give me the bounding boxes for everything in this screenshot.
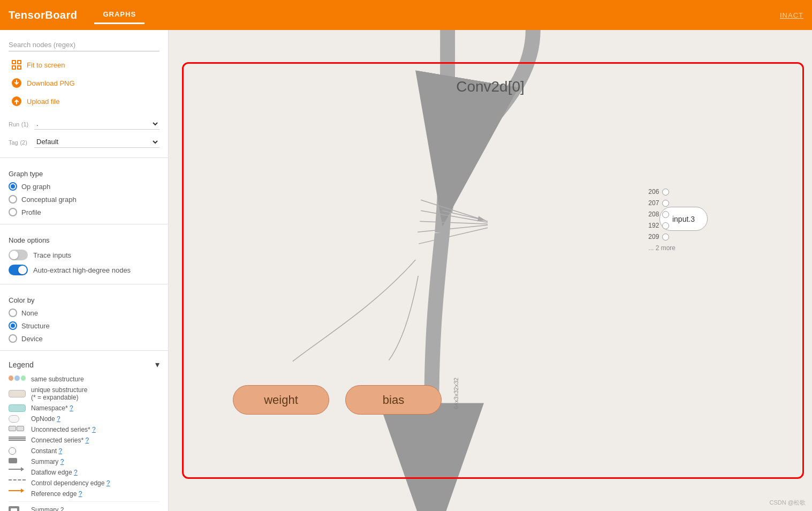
legend-chevron-icon: ▾ xyxy=(155,359,160,370)
color-by-radio-group: None Structure Device xyxy=(9,307,160,344)
trace-inputs-toggle[interactable] xyxy=(9,250,28,260)
toggle-thumb-auto xyxy=(18,266,27,274)
legend-row-reference: Reference edge ? xyxy=(9,489,160,499)
graph-type-section: Graph type Op graph Conceptual graph Pro… xyxy=(0,162,168,220)
legend-label-constant: Constant ? xyxy=(31,447,62,455)
legend-row-connected: Connected series* ? xyxy=(9,435,160,446)
tag-row: Tag (2) Default xyxy=(9,133,160,151)
run-select[interactable]: . xyxy=(34,118,160,130)
radio-label-op-graph: Op graph xyxy=(21,183,50,191)
radio-circle-conceptual xyxy=(9,195,17,204)
svg-line-10 xyxy=(421,200,488,221)
tag-select[interactable]: Default xyxy=(34,136,160,148)
circle-more-label: ... 2 more xyxy=(648,244,676,252)
circle-num-208: 208 xyxy=(648,211,659,218)
radio-label-none: None xyxy=(21,309,38,317)
radio-label-conceptual: Conceptual graph xyxy=(21,196,77,204)
input-circle-207: 207 xyxy=(648,199,676,207)
small-circle-206 xyxy=(662,189,669,196)
upload-icon xyxy=(11,95,22,107)
legend-swatch-dataflow xyxy=(9,469,26,476)
legend-content: same substructure unique substructure(* … xyxy=(0,374,168,511)
legend-label-connected: Connected series* ? xyxy=(31,437,89,444)
trace-inputs-row: Trace inputs xyxy=(9,247,160,262)
download-png-button[interactable]: Download PNG xyxy=(9,74,160,92)
legend-row-constant: Constant ? xyxy=(9,446,160,456)
toolbar-section: Fit to screen Download PNG xyxy=(0,54,168,112)
header: TensorBoard GRAPHS INACT xyxy=(0,0,812,30)
legend-row-unconnected: Unconnected series* ? xyxy=(9,424,160,435)
search-input[interactable] xyxy=(9,39,160,51)
radio-circle-device xyxy=(9,334,17,343)
download-icon xyxy=(11,77,22,89)
graph-area[interactable]: 64x32x32x32 64x3x32x32 xyxy=(169,30,812,511)
input-circles-group: 206 207 208 192 xyxy=(648,188,676,252)
small-circle-208 xyxy=(662,211,669,218)
svg-line-14 xyxy=(419,228,488,244)
radio-conceptual-graph[interactable]: Conceptual graph xyxy=(9,194,160,205)
legend-swatch-reference xyxy=(9,490,26,498)
legend-swatch-namespace xyxy=(9,404,26,412)
node-bias[interactable]: bias xyxy=(345,385,442,415)
upload-file-button[interactable]: Upload file xyxy=(9,92,160,110)
sidebar: Fit to screen Download PNG xyxy=(0,30,169,511)
radio-profile[interactable]: Profile xyxy=(9,207,160,217)
small-circle-192 xyxy=(662,222,669,229)
radio-label-structure: Structure xyxy=(21,322,50,330)
legend-swatch-colors xyxy=(9,375,26,383)
node-weight[interactable]: weight xyxy=(233,385,329,415)
radio-structure[interactable]: Structure xyxy=(9,320,160,331)
run-row: Run (1) . xyxy=(9,115,160,133)
fit-screen-icon xyxy=(11,59,22,71)
input-circle-more: ... 2 more xyxy=(648,244,676,252)
node-bias-label: bias xyxy=(383,393,404,407)
radio-op-graph[interactable]: Op graph xyxy=(9,181,160,192)
circle-num-207: 207 xyxy=(648,199,659,207)
legend-label-summary2: Summary 2 xyxy=(31,506,64,511)
auto-extract-toggle[interactable] xyxy=(9,265,28,275)
legend-swatch-summary2 xyxy=(9,506,26,511)
legend-label-unconnected: Unconnected series* ? xyxy=(31,426,96,433)
circle-num-192: 192 xyxy=(648,222,659,229)
legend-row-control: Control dependency edge ? xyxy=(9,478,160,489)
node-weight-label: weight xyxy=(264,393,298,407)
color-by-section: Color by None Structure Device xyxy=(0,289,168,346)
svg-line-13 xyxy=(418,225,488,232)
graph-title: Conv2d[0] xyxy=(456,78,525,95)
fit-to-screen-label: Fit to screen xyxy=(27,61,65,69)
small-circle-209 xyxy=(662,234,669,241)
search-section xyxy=(0,36,168,54)
legend-swatch-connected xyxy=(9,437,26,444)
color-by-title: Color by xyxy=(9,296,160,304)
svg-rect-1 xyxy=(18,61,21,64)
legend-title: Legend xyxy=(9,360,34,369)
legend-row-colors: same substructure xyxy=(9,374,160,385)
radio-circle-profile xyxy=(9,208,17,216)
radio-device[interactable]: Device xyxy=(9,333,160,344)
legend-row-summary2: Summary 2 xyxy=(9,501,160,511)
upload-file-label: Upload file xyxy=(27,97,59,106)
radio-circle-op-graph xyxy=(9,182,17,191)
legend-label-unique: unique substructure(* = expandable) xyxy=(31,386,87,401)
watermark: CSDN @松歌 xyxy=(770,499,806,507)
node-options-title: Node options xyxy=(9,236,160,244)
svg-line-12 xyxy=(420,221,488,224)
small-circle-207 xyxy=(662,200,669,207)
tag-label: Tag (2) xyxy=(9,138,30,146)
radio-none[interactable]: None xyxy=(9,307,160,318)
run-tag-section: Run (1) . Tag (2) Default xyxy=(0,112,168,153)
legend-swatch-constant xyxy=(9,447,26,455)
input-circle-192: 192 xyxy=(648,222,676,229)
legend-swatch-summary xyxy=(9,458,26,465)
circle-num-206: 206 xyxy=(648,188,659,196)
main-layout: Fit to screen Download PNG xyxy=(0,30,812,511)
fit-to-screen-button[interactable]: Fit to screen xyxy=(9,56,160,74)
nav-inactive[interactable]: INACT xyxy=(780,11,803,19)
legend-header[interactable]: Legend ▾ xyxy=(0,355,168,374)
auto-extract-label: Auto-extract high-degree nodes xyxy=(33,266,131,274)
legend-row-dataflow: Dataflow edge ? xyxy=(9,467,160,478)
auto-extract-row: Auto-extract high-degree nodes xyxy=(9,262,160,277)
circle-num-209: 209 xyxy=(648,233,659,241)
nav-graphs[interactable]: GRAPHS xyxy=(94,6,145,24)
legend-label-namespace: Namespace* ? xyxy=(31,404,73,412)
